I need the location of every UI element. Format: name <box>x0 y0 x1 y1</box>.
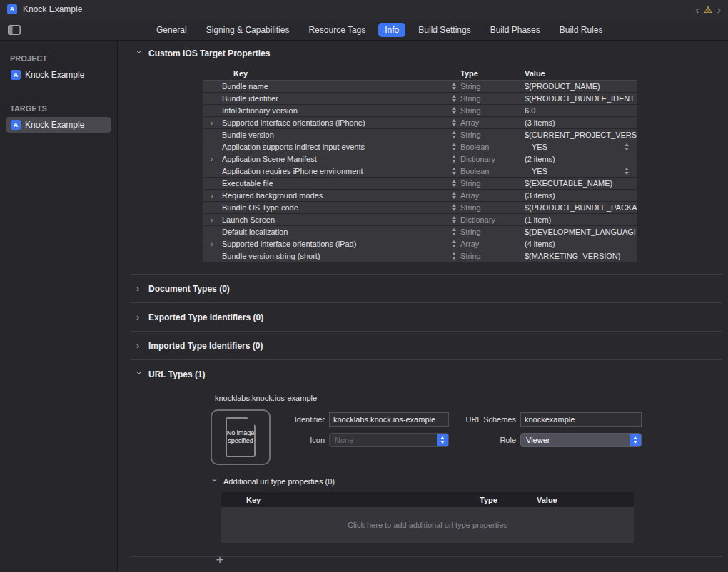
property-row[interactable]: ›Supported interface orientations (iPad)… <box>203 238 637 250</box>
property-value[interactable]: (3 items) <box>525 191 555 200</box>
key-stepper-icon[interactable] <box>452 192 456 199</box>
section-header-document-types[interactable]: › Document Types (0) <box>118 275 728 302</box>
sidebar-toggle-icon[interactable] <box>8 25 21 35</box>
value-stepper-icon[interactable] <box>625 168 629 175</box>
key-stepper-icon[interactable] <box>452 107 456 114</box>
property-row[interactable]: ›Default localizationString$(DEVELOPMENT… <box>203 226 637 238</box>
key-stepper-icon[interactable] <box>452 216 456 223</box>
property-value[interactable]: $(PRODUCT_NAME) <box>525 82 600 91</box>
property-value[interactable]: YES <box>532 167 547 175</box>
property-value[interactable]: $(CURRENT_PROJECT_VERS <box>525 131 637 139</box>
property-row[interactable]: ›Required background modesArray(3 items) <box>203 190 637 202</box>
property-value[interactable]: $(EXECUTABLE_NAME) <box>525 179 612 188</box>
tab-build-phases[interactable]: Build Phases <box>484 23 547 37</box>
property-value[interactable]: 6.0 <box>525 106 535 115</box>
key-stepper-icon[interactable] <box>452 240 456 247</box>
property-row[interactable]: ›Bundle nameString$(PRODUCT_NAME) <box>203 81 637 93</box>
identifier-field[interactable] <box>329 412 449 427</box>
chevron-down-icon: › <box>210 479 220 484</box>
property-type[interactable]: Dictionary <box>460 155 525 163</box>
property-row[interactable]: ›Bundle identifierString$(PRODUCT_BUNDLE… <box>203 93 637 105</box>
key-stepper-icon[interactable] <box>452 155 456 163</box>
back-icon[interactable]: ‹ <box>695 4 699 15</box>
url-type-image-well[interactable]: No image specified <box>211 409 271 465</box>
key-stepper-icon[interactable] <box>452 143 456 150</box>
tab-build-rules[interactable]: Build Rules <box>553 23 610 37</box>
property-type[interactable]: Boolean <box>460 167 525 175</box>
disclosure-icon[interactable]: › <box>211 215 222 224</box>
property-row[interactable]: ›InfoDictionary versionString6.0 <box>203 105 637 117</box>
key-stepper-icon[interactable] <box>452 83 456 90</box>
section-header-custom-props[interactable]: › Custom iOS Target Properties <box>118 46 728 61</box>
property-row[interactable]: ›Application requires iPhone environment… <box>203 165 637 178</box>
property-value[interactable]: (4 items) <box>525 240 555 248</box>
key-stepper-icon[interactable] <box>452 228 456 235</box>
warning-icon[interactable]: ⚠ <box>704 5 712 14</box>
additional-props-header[interactable]: › Additional url type properties (0) <box>212 476 639 486</box>
property-row[interactable]: ›Bundle versionString$(CURRENT_PROJECT_V… <box>203 129 637 141</box>
property-value[interactable]: (3 items) <box>525 118 555 127</box>
property-type[interactable]: Boolean <box>460 143 525 151</box>
property-value[interactable]: $(MARKETING_VERSION) <box>525 252 620 260</box>
property-key: Bundle version string (short) <box>222 252 320 260</box>
section-header-url-types[interactable]: › URL Types (1) <box>118 360 728 388</box>
property-row[interactable]: ›Executable fileString$(EXECUTABLE_NAME) <box>203 178 637 190</box>
property-type[interactable]: Array <box>460 240 525 248</box>
property-type[interactable]: Dictionary <box>460 215 525 224</box>
tab-info[interactable]: Info <box>378 23 405 37</box>
property-row[interactable]: ›Supported interface orientations (iPhon… <box>203 117 637 129</box>
property-row[interactable]: ›Application Scene ManifestDictionary(2 … <box>203 153 637 165</box>
property-row[interactable]: ›Launch ScreenDictionary(1 item) <box>203 214 637 226</box>
key-stepper-icon[interactable] <box>452 119 456 126</box>
property-value[interactable]: $(PRODUCT_BUNDLE_PACKA <box>525 203 637 212</box>
property-type[interactable]: String <box>460 252 525 260</box>
targets-section-header: TARGETS <box>0 101 117 116</box>
property-type[interactable]: String <box>460 228 525 236</box>
property-value[interactable]: (2 items) <box>525 155 555 163</box>
tab-signing-capabilities[interactable]: Signing & Capabilities <box>200 23 296 37</box>
role-dropdown[interactable]: Viewer <box>520 433 642 447</box>
key-stepper-icon[interactable] <box>452 204 456 211</box>
key-stepper-icon[interactable] <box>452 180 456 187</box>
property-value[interactable]: $(PRODUCT_BUNDLE_IDENT <box>525 94 635 103</box>
disclosure-icon[interactable]: › <box>211 240 222 248</box>
property-type[interactable]: String <box>460 106 525 115</box>
url-type-name[interactable]: knocklabs.knock.ios-example <box>211 394 639 402</box>
disclosure-icon[interactable]: › <box>211 191 222 200</box>
property-key: Bundle OS Type code <box>222 203 298 212</box>
value-stepper-icon[interactable] <box>625 143 629 150</box>
property-type[interactable]: String <box>460 203 525 212</box>
sidebar-item-target[interactable]: A Knock Example <box>6 117 111 133</box>
property-type[interactable]: Array <box>460 118 525 127</box>
property-row[interactable]: ›Application supports indirect input eve… <box>203 141 637 153</box>
property-type[interactable]: String <box>460 179 525 188</box>
disclosure-icon[interactable]: › <box>211 155 222 163</box>
url-schemes-field[interactable] <box>520 412 642 427</box>
sidebar-item-project[interactable]: A Knock Example <box>6 67 111 83</box>
property-type[interactable]: String <box>460 82 525 91</box>
property-value[interactable]: $(DEVELOPMENT_LANGUAGI <box>525 228 636 236</box>
additional-props-empty-row[interactable]: Click here to add additional url type pr… <box>221 507 634 543</box>
property-row[interactable]: ›Bundle version string (short)String$(MA… <box>203 250 637 262</box>
key-stepper-icon[interactable] <box>452 168 456 175</box>
tab-general[interactable]: General <box>150 23 193 37</box>
property-type[interactable]: String <box>460 131 525 139</box>
props-table-body: ›Bundle nameString$(PRODUCT_NAME)›Bundle… <box>203 81 637 262</box>
tab-resource-tags[interactable]: Resource Tags <box>302 23 372 37</box>
disclosure-icon[interactable]: › <box>211 118 222 127</box>
property-type[interactable]: Array <box>460 191 525 200</box>
property-value[interactable]: YES <box>532 143 547 151</box>
add-url-type-button[interactable]: + <box>212 553 228 567</box>
property-value[interactable]: (1 item) <box>525 215 551 224</box>
section-header-exported-types[interactable]: › Exported Type Identifiers (0) <box>118 303 728 331</box>
forward-icon[interactable]: › <box>717 4 721 15</box>
icon-dropdown[interactable]: None <box>329 433 449 447</box>
key-stepper-icon[interactable] <box>452 95 456 102</box>
section-header-imported-types[interactable]: › Imported Type Identifiers (0) <box>118 332 728 359</box>
key-stepper-icon[interactable] <box>452 252 456 260</box>
property-row[interactable]: ›Bundle OS Type codeString$(PRODUCT_BUND… <box>203 202 637 214</box>
window-title: Knock Example <box>23 4 82 14</box>
tab-build-settings[interactable]: Build Settings <box>412 23 477 37</box>
property-type[interactable]: String <box>460 94 525 103</box>
key-stepper-icon[interactable] <box>452 131 456 138</box>
